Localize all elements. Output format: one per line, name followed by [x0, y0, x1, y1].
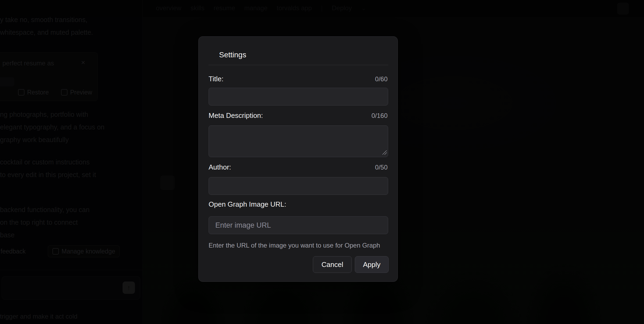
author-label: Author:: [209, 163, 231, 171]
modal-title: Settings: [219, 51, 246, 59]
title-input[interactable]: [209, 88, 388, 105]
meta-description-textarea[interactable]: [209, 125, 388, 157]
app-window: overview skills resume manage torvalds a…: [0, 0, 644, 324]
title-label: Title:: [209, 75, 223, 83]
apply-button[interactable]: Apply: [355, 256, 389, 273]
meta-description-counter: 0/160: [371, 112, 388, 119]
resize-handle-icon[interactable]: [382, 150, 387, 155]
meta-description-field-wrap: [209, 125, 388, 157]
author-input[interactable]: [209, 177, 388, 195]
settings-modal: Settings Title: 0/60 Meta Description: 0…: [198, 36, 398, 282]
og-image-url-input[interactable]: [209, 216, 388, 234]
title-counter: 0/60: [375, 75, 388, 83]
og-image-url-helper: Enter the URL of the image you want to u…: [209, 242, 380, 249]
og-image-url-label: Open Graph Image URL:: [209, 200, 286, 209]
meta-description-label: Meta Description:: [209, 111, 263, 120]
modal-title-divider: [209, 65, 388, 65]
cancel-button[interactable]: Cancel: [313, 256, 352, 273]
author-counter: 0/50: [375, 164, 388, 171]
